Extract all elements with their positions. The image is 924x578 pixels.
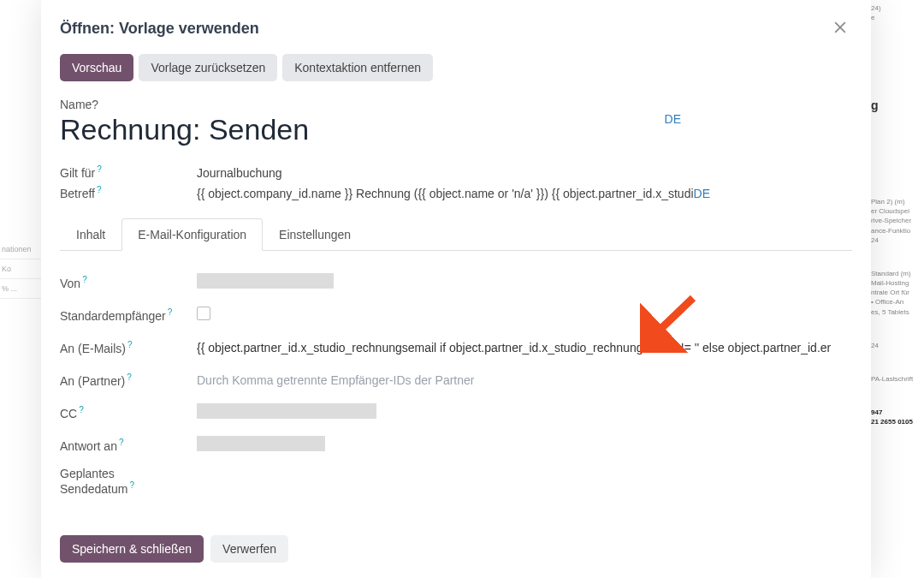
modal-body: Vorschau Vorlage zurücksetzen Kontextakt… — [41, 54, 871, 523]
tab-bar: Inhalt E-Mail-Konfiguration Einstellunge… — [60, 217, 852, 251]
background-left-column: nationen Ko % ... — [0, 0, 41, 578]
subject-field[interactable]: {{ object.company_id.name }} Rechnung ({… — [197, 187, 852, 200]
background-right-column: 24) e g Plan 2) (m) er Cloudspei rive-Sp… — [868, 0, 924, 578]
help-icon[interactable]: ? — [129, 480, 134, 490]
modal-header: Öffnen: Vorlage verwenden — [41, 0, 871, 54]
name-section: Name? Rechnung: Senden DE — [60, 97, 852, 146]
language-toggle-inline[interactable]: DE — [694, 187, 710, 200]
redacted-value — [197, 436, 325, 451]
tab-content[interactable]: Inhalt — [60, 218, 121, 251]
tab-settings[interactable]: Einstellungen — [263, 218, 367, 251]
help-icon[interactable]: ? — [82, 275, 87, 284]
default-recipient-label: Standardempfänger? — [60, 307, 197, 323]
help-icon[interactable]: ? — [79, 405, 84, 414]
help-icon[interactable]: ? — [92, 98, 98, 111]
to-partners-row: An (Partner)? Durch Komma getrennte Empf… — [60, 364, 852, 396]
subject-label: Betreff? — [60, 185, 197, 200]
help-icon[interactable]: ? — [119, 438, 124, 447]
subject-row: Betreff? {{ object.company_id.name }} Re… — [60, 185, 852, 200]
redacted-value — [197, 273, 334, 289]
applies-to-row: Gilt für? Journalbuchung — [60, 164, 852, 180]
applies-to-label: Gilt für? — [60, 164, 197, 180]
name-label: Name? — [60, 98, 98, 111]
cc-field[interactable] — [197, 403, 852, 421]
to-emails-row: An (E-Mails)? {{ object.partner_id.x_stu… — [60, 331, 852, 364]
template-modal: Öffnen: Vorlage verwenden Vorschau Vorla… — [41, 0, 871, 578]
default-recipient-checkbox[interactable] — [197, 307, 210, 320]
modal-footer: Speichern & schließen Verwerfen — [41, 523, 871, 578]
applies-to-value[interactable]: Journalbuchung — [197, 166, 852, 180]
bg-left-text: Ko — [0, 259, 41, 279]
reply-to-row: Antwort an? — [60, 429, 852, 462]
help-icon[interactable]: ? — [97, 185, 102, 194]
remove-context-button[interactable]: Kontextaktion entfernen — [282, 54, 433, 81]
scheduled-date-label: Geplantes Sendedatum? — [60, 467, 197, 496]
close-icon — [832, 26, 849, 39]
discard-button[interactable]: Verwerfen — [210, 535, 288, 563]
to-emails-field[interactable]: {{ object.partner_id.x_studio_rechnungse… — [197, 341, 852, 355]
reset-template-button[interactable]: Vorlage zurücksetzen — [139, 54, 277, 81]
name-field[interactable]: Rechnung: Senden — [60, 114, 852, 146]
default-recipient-row: Standardempfänger? — [60, 299, 852, 331]
help-icon[interactable]: ? — [127, 340, 133, 349]
bg-left-text: % ... — [0, 279, 41, 299]
reply-to-label: Antwort an? — [60, 438, 197, 453]
help-icon[interactable]: ? — [127, 372, 132, 382]
redacted-value — [197, 403, 376, 419]
from-field[interactable] — [197, 273, 852, 291]
modal-title: Öffnen: Vorlage verwenden — [60, 20, 259, 38]
email-config-form: Von? Standardempfänger? An (E-Mails)? {{… — [60, 251, 852, 496]
save-close-button[interactable]: Speichern & schließen — [60, 535, 204, 563]
close-button[interactable] — [828, 15, 852, 42]
from-row: Von? — [60, 266, 852, 299]
tab-email-config[interactable]: E-Mail-Konfiguration — [121, 218, 263, 251]
to-partners-label: An (Partner)? — [60, 372, 197, 388]
preview-button[interactable]: Vorschau — [60, 54, 133, 81]
bg-left-text: nationen — [0, 240, 41, 259]
help-icon[interactable]: ? — [168, 307, 173, 317]
to-emails-label: An (E-Mails)? — [60, 340, 197, 355]
language-toggle[interactable]: DE — [665, 112, 681, 126]
reply-to-field[interactable] — [197, 436, 852, 454]
to-partners-field[interactable]: Durch Komma getrennte Empfänger-IDs der … — [197, 373, 852, 387]
action-button-row: Vorschau Vorlage zurücksetzen Kontextakt… — [60, 54, 852, 81]
from-label: Von? — [60, 275, 197, 290]
cc-label: CC? — [60, 405, 197, 420]
default-recipient-field — [197, 307, 852, 323]
scheduled-date-row: Geplantes Sendedatum? — [60, 462, 852, 496]
cc-row: CC? — [60, 396, 852, 429]
help-icon[interactable]: ? — [97, 164, 102, 174]
